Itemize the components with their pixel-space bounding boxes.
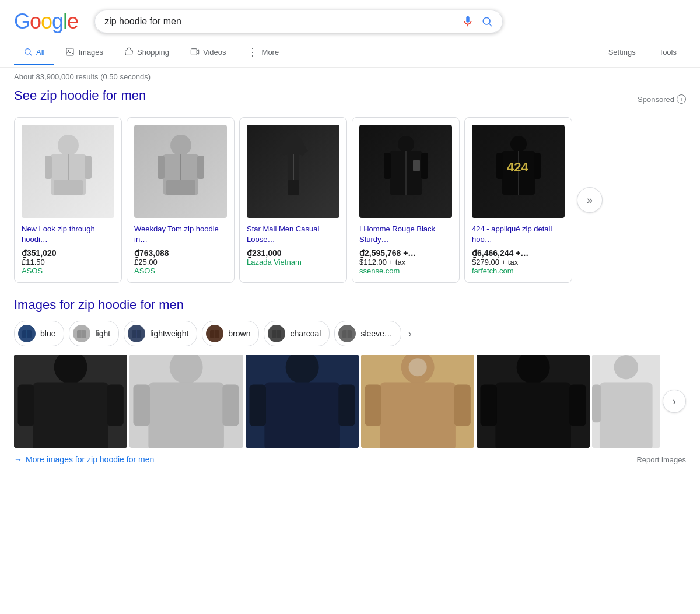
- nav-item-all[interactable]: All: [14, 40, 54, 65]
- nav-item-shopping[interactable]: Shopping: [115, 40, 178, 65]
- chip-img-light: [73, 325, 90, 342]
- nav-item-settings[interactable]: Settings: [599, 41, 645, 65]
- svg-rect-52: [149, 383, 225, 448]
- info-icon[interactable]: i: [677, 94, 686, 104]
- svg-rect-74: [592, 385, 601, 423]
- chip-hoodie-sleeve: [341, 328, 353, 339]
- chip-hoodie-brown: [209, 328, 220, 339]
- nav-item-tools[interactable]: Tools: [650, 41, 686, 65]
- product-store-2: ASOS: [134, 266, 227, 275]
- grid-img-svg-1: [14, 355, 127, 448]
- product-store-1: ASOS: [22, 266, 114, 275]
- logo-g2: g: [52, 9, 63, 34]
- grid-image-2[interactable]: [130, 355, 243, 448]
- product-image-5: 424: [472, 125, 565, 218]
- shopping-more-button[interactable]: »: [577, 187, 603, 213]
- filter-chip-brown[interactable]: brown: [202, 321, 259, 346]
- search-nav-icon: [23, 47, 33, 57]
- svg-rect-48: [18, 385, 34, 426]
- logo-o1: o: [30, 9, 41, 34]
- chips-next-arrow[interactable]: ›: [408, 328, 412, 340]
- search-glass-icon: [481, 16, 493, 27]
- chip-img-brown: [206, 325, 223, 342]
- chip-hoodie-light: [76, 328, 88, 339]
- svg-point-72: [614, 355, 638, 379]
- svg-rect-20: [288, 180, 299, 195]
- hoodie-svg-1: [45, 134, 92, 209]
- logo-g: G: [14, 9, 30, 34]
- grid-image-5[interactable]: [477, 355, 590, 448]
- svg-rect-54: [223, 385, 239, 426]
- settings-label: Settings: [608, 48, 636, 57]
- nav-label-more: More: [262, 48, 279, 57]
- chip-label-brown: brown: [228, 329, 250, 338]
- nav-label-videos: Videos: [203, 48, 226, 57]
- product-store-5: farfetch.com: [472, 266, 565, 275]
- nav-item-more[interactable]: ⋮ More: [238, 38, 289, 67]
- image-grid-next-button[interactable]: ›: [663, 390, 686, 413]
- svg-text:424: 424: [507, 160, 528, 174]
- svg-rect-68: [496, 383, 572, 448]
- product-card-2[interactable]: Weekday Tom zip hoodie in… ₫763,088 £25.…: [127, 117, 235, 283]
- nav-item-images[interactable]: Images: [56, 40, 113, 65]
- filter-chip-charcoal[interactable]: charcoal: [264, 321, 330, 346]
- product-card-1[interactable]: New Look zip through hoodi… ₫351,020 £11…: [14, 117, 122, 283]
- search-bar-wrapper: zip hoodie for men: [94, 10, 503, 33]
- filter-chip-lightweight[interactable]: lightweight: [124, 321, 197, 346]
- google-logo: Google: [14, 9, 78, 34]
- svg-rect-73: [600, 383, 653, 448]
- product-card-4[interactable]: LHomme Rouge Black Sturdy… ₫2,595,768 +……: [352, 117, 460, 283]
- chip-img-lightweight: [128, 325, 145, 342]
- hoodie-svg-4: [383, 134, 429, 209]
- grid-image-4[interactable]: [361, 355, 474, 448]
- filter-chip-light[interactable]: light: [69, 321, 119, 346]
- product-card-5[interactable]: 424 424 - appliqué zip detail hoo… ₫6,46…: [464, 117, 572, 283]
- chip-hoodie-blue: [21, 328, 33, 339]
- product-image-2: [134, 125, 227, 218]
- svg-rect-9: [45, 156, 52, 179]
- chip-img-charcoal: [268, 325, 285, 342]
- product-name-2: Weekday Tom zip hoodie in…: [134, 224, 227, 245]
- svg-point-27: [510, 136, 527, 152]
- arrow-right-icon: →: [14, 455, 22, 464]
- product-price-gbp-1: £11.50: [22, 258, 114, 266]
- nav-item-videos[interactable]: Videos: [181, 40, 236, 65]
- product-price-gbp-2: £25.00: [134, 258, 227, 266]
- product-name-3: Star Mall Men Casual Loose…: [247, 224, 340, 245]
- mic-button[interactable]: [461, 15, 474, 28]
- svg-point-21: [398, 136, 414, 152]
- header: Google zip hoodie for men: [0, 0, 700, 38]
- product-image-3: [247, 125, 340, 218]
- search-input[interactable]: zip hoodie for men: [104, 16, 454, 27]
- svg-rect-58: [249, 385, 265, 426]
- svg-rect-49: [107, 385, 123, 426]
- filter-chip-sleeve[interactable]: sleeve…: [334, 321, 401, 346]
- hoodie-svg-3: [270, 134, 317, 209]
- grid-img-svg-6: [592, 355, 660, 448]
- more-images-link[interactable]: → More images for zip hoodie for men: [14, 455, 154, 464]
- product-price-vnd-3: ₫231,000: [247, 248, 340, 258]
- product-price-vnd-4: ₫2,595,768 +…: [359, 248, 452, 258]
- grid-image-6[interactable]: [592, 355, 660, 448]
- svg-rect-4: [66, 48, 74, 55]
- product-image-1: [22, 125, 114, 218]
- svg-rect-26: [413, 160, 420, 171]
- grid-img-svg-3: [246, 355, 359, 448]
- image-grid: ›: [14, 355, 686, 448]
- grid-img-svg-5: [477, 355, 590, 448]
- svg-rect-29: [496, 153, 503, 179]
- grid-image-1[interactable]: [14, 355, 127, 448]
- report-images-link[interactable]: Report images: [636, 455, 686, 464]
- svg-rect-70: [569, 385, 586, 426]
- product-card-3[interactable]: Star Mall Men Casual Loose… ₫231,000 Laz…: [239, 117, 347, 283]
- nav-label-shopping: Shopping: [137, 48, 169, 57]
- svg-rect-59: [338, 385, 355, 426]
- svg-rect-18: [166, 180, 195, 195]
- search-button[interactable]: [481, 16, 493, 27]
- search-bar[interactable]: zip hoodie for men: [94, 10, 503, 33]
- grid-image-3[interactable]: [246, 355, 359, 448]
- product-store-4: ssense.com: [359, 266, 452, 275]
- chip-img-sleeve: [338, 325, 356, 342]
- svg-rect-10: [85, 156, 92, 179]
- filter-chip-blue[interactable]: blue: [14, 321, 64, 346]
